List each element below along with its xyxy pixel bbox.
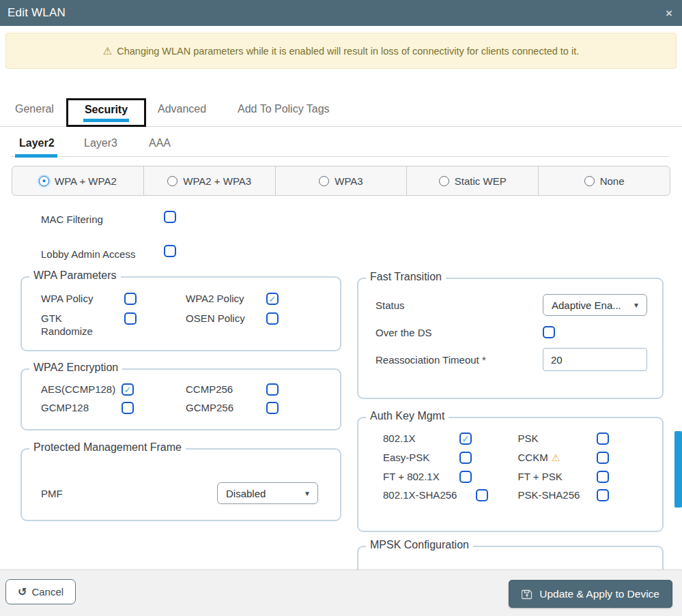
akm-8021x-label: 802.1X xyxy=(383,432,459,445)
scrollbar-thumb[interactable] xyxy=(674,431,682,508)
ccmp256-label: CCMP256 xyxy=(186,383,266,396)
akm-8021x-sha256-row: 802.1X-SHA256 xyxy=(383,489,518,502)
aes-ccmp128-checkbox[interactable]: ✓ xyxy=(122,383,134,396)
radio-wpa3[interactable]: WPA3 xyxy=(276,166,408,195)
wpa-policy-checkbox[interactable] xyxy=(124,293,137,305)
wpa2-encryption-fieldset: WPA2 Encryption AES(CCMP128) ✓ CCMP256 G… xyxy=(20,368,341,430)
akm-psk-sha256-row: PSK-SHA256 xyxy=(518,489,653,502)
akm-8021x-sha256-checkbox[interactable] xyxy=(476,489,488,501)
chevron-down-icon: ▼ xyxy=(633,302,640,309)
akm-8021x-checkbox[interactable]: ✓ xyxy=(459,432,472,445)
radio-wpa2-wpa3[interactable]: WPA2 + WPA3 xyxy=(144,166,276,195)
edit-wlan-dialog: Edit WLAN × ⚠ Changing WLAN parameters w… xyxy=(0,0,682,616)
wpa2-policy-row: WPA2 Policy ✓ xyxy=(186,293,330,306)
wpa2-encryption-legend: WPA2 Encryption xyxy=(29,362,122,374)
gcmp128-label: GCMP128 xyxy=(41,402,122,415)
radio-static-wep[interactable]: Static WEP xyxy=(407,166,539,195)
security-mode-group: ● WPA + WPA2 WPA2 + WPA3 WPA3 Static WEP… xyxy=(12,166,670,196)
dialog-titlebar: Edit WLAN × xyxy=(0,0,682,26)
ft-status-value: Adaptive Ena... xyxy=(552,299,621,311)
auth-key-mgmt-fieldset: Auth Key Mgmt 802.1X ✓ PSK Easy-PSK CCKM… xyxy=(357,417,664,532)
mac-filtering-label: MAC Filtering xyxy=(41,214,103,225)
akm-8021x-row: 802.1X ✓ xyxy=(383,432,518,445)
subtab-layer3[interactable]: Layer3 xyxy=(84,137,117,149)
dialog-footer: ↺ Cancel Update & Apply to Device xyxy=(0,570,682,616)
radio-none[interactable]: None xyxy=(539,166,670,195)
ft-status-label: Status xyxy=(375,299,543,311)
akm-psk-checkbox[interactable] xyxy=(597,432,609,445)
warning-icon: ⚠ xyxy=(103,45,112,57)
aes-ccmp128-label: AES(CCMP128) xyxy=(41,383,122,396)
update-apply-button[interactable]: Update & Apply to Device xyxy=(509,580,672,608)
gcmp128-checkbox[interactable] xyxy=(122,402,134,414)
ccmp256-checkbox[interactable] xyxy=(266,383,279,396)
akm-psk-label: PSK xyxy=(518,432,597,445)
wpa2-policy-label: WPA2 Policy xyxy=(186,293,266,306)
pmf-dropdown[interactable]: Disabled ▼ xyxy=(217,482,318,504)
radio-circle xyxy=(584,176,595,186)
radio-circle xyxy=(167,176,177,186)
subtab-layer2[interactable]: Layer2 xyxy=(19,137,55,149)
akm-ft-psk-checkbox[interactable] xyxy=(597,471,609,483)
ft-reassoc-timeout-label: Reassociation Timeout * xyxy=(375,354,543,366)
ft-status-dropdown[interactable]: Adaptive Ena... ▼ xyxy=(543,294,647,316)
gtk-randomize-row: GTK Randomize xyxy=(41,312,186,338)
pmf-label: PMF xyxy=(41,488,63,499)
cancel-button[interactable]: ↺ Cancel xyxy=(5,579,76,604)
osen-policy-checkbox[interactable] xyxy=(266,312,279,325)
tab-security-active-underline xyxy=(83,119,129,122)
fast-transition-fieldset: Fast Transition Status Adaptive Ena... ▼… xyxy=(357,278,664,399)
akm-easy-psk-checkbox[interactable] xyxy=(459,452,472,464)
wpa-policy-label: WPA Policy xyxy=(41,293,102,306)
radio-label: None xyxy=(600,175,625,187)
lobby-admin-access-checkbox[interactable] xyxy=(164,245,176,257)
radio-label: WPA2 + WPA3 xyxy=(183,175,251,187)
dialog-title: Edit WLAN xyxy=(8,6,66,20)
ft-over-ds-label: Over the DS xyxy=(375,327,543,338)
chevron-down-icon: ▼ xyxy=(304,490,311,497)
radio-wpa-wpa2[interactable]: ● WPA + WPA2 xyxy=(12,166,144,195)
ft-reassoc-timeout-input[interactable] xyxy=(543,348,647,371)
radio-label: WPA3 xyxy=(335,175,363,187)
ccmp256-row: CCMP256 xyxy=(186,383,330,396)
gcmp256-row: GCMP256 xyxy=(186,402,330,415)
akm-psk-sha256-checkbox[interactable] xyxy=(597,489,609,501)
akm-ft-8021x-label: FT + 802.1X xyxy=(383,471,459,484)
akm-easy-psk-row: Easy-PSK xyxy=(383,452,518,465)
osen-policy-label: OSEN Policy xyxy=(186,312,266,325)
akm-ft-8021x-checkbox[interactable] xyxy=(459,471,472,483)
subtab-active-underline xyxy=(15,154,57,158)
akm-easy-psk-label: Easy-PSK xyxy=(383,452,459,465)
pmf-legend: Protected Management Frame xyxy=(29,441,186,454)
mac-filtering-checkbox[interactable] xyxy=(164,211,176,223)
close-icon[interactable]: × xyxy=(666,8,672,19)
gcmp256-checkbox[interactable] xyxy=(266,402,279,414)
ft-over-ds-checkbox[interactable] xyxy=(543,326,555,338)
update-apply-button-label: Update & Apply to Device xyxy=(539,588,659,600)
akm-8021x-sha256-label: 802.1X-SHA256 xyxy=(383,489,459,502)
undo-icon: ↺ xyxy=(18,585,27,598)
akm-psk-sha256-label: PSK-SHA256 xyxy=(518,489,597,502)
warning-banner: ⚠ Changing WLAN parameters while it is e… xyxy=(5,33,677,69)
radio-circle xyxy=(319,176,329,186)
akm-ft-8021x-row: FT + 802.1X xyxy=(383,471,518,484)
pmf-fieldset: Protected Management Frame PMF Disabled … xyxy=(20,448,341,521)
warning-text: Changing WLAN parameters while it is ena… xyxy=(117,46,579,57)
tab-security[interactable]: Security xyxy=(66,98,146,127)
gtk-randomize-checkbox[interactable] xyxy=(124,312,137,325)
subtab-aaa[interactable]: AAA xyxy=(149,137,171,149)
pmf-dropdown-value: Disabled xyxy=(226,488,266,499)
tab-advanced[interactable]: Advanced xyxy=(158,103,206,115)
wpa2-policy-checkbox[interactable]: ✓ xyxy=(266,293,279,305)
akm-cckm-checkbox[interactable] xyxy=(597,452,609,464)
akm-cckm-row: CCKM⚠ xyxy=(518,452,653,465)
wpa-parameters-fieldset: WPA Parameters WPA Policy WPA2 Policy ✓ … xyxy=(20,276,341,351)
tab-general[interactable]: General xyxy=(15,103,54,115)
gcmp128-row: GCMP128 xyxy=(41,402,186,415)
gcmp256-label: GCMP256 xyxy=(186,402,266,415)
subtabs-divider xyxy=(12,156,669,157)
aes-ccmp128-row: AES(CCMP128) ✓ xyxy=(41,383,186,396)
tab-add-to-policy-tags[interactable]: Add To Policy Tags xyxy=(238,103,330,115)
akm-psk-row: PSK xyxy=(518,432,653,445)
radio-label: Static WEP xyxy=(455,175,507,187)
